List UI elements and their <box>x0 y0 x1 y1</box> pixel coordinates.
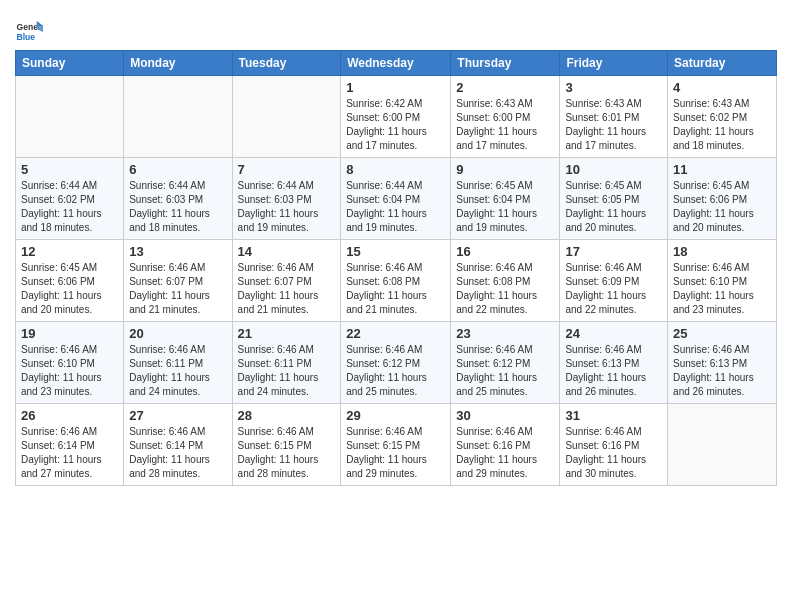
day-info: Sunrise: 6:43 AMSunset: 6:01 PMDaylight:… <box>565 97 662 153</box>
day-number: 10 <box>565 162 662 177</box>
calendar-week-row: 26Sunrise: 6:46 AMSunset: 6:14 PMDayligh… <box>16 404 777 486</box>
col-header-wednesday: Wednesday <box>341 51 451 76</box>
day-info: Sunrise: 6:45 AMSunset: 6:06 PMDaylight:… <box>21 261 118 317</box>
day-info: Sunrise: 6:46 AMSunset: 6:07 PMDaylight:… <box>129 261 226 317</box>
day-info: Sunrise: 6:43 AMSunset: 6:02 PMDaylight:… <box>673 97 771 153</box>
calendar-week-row: 1Sunrise: 6:42 AMSunset: 6:00 PMDaylight… <box>16 76 777 158</box>
calendar-cell: 4Sunrise: 6:43 AMSunset: 6:02 PMDaylight… <box>668 76 777 158</box>
calendar-cell: 6Sunrise: 6:44 AMSunset: 6:03 PMDaylight… <box>124 158 232 240</box>
day-number: 3 <box>565 80 662 95</box>
day-number: 24 <box>565 326 662 341</box>
calendar-cell: 2Sunrise: 6:43 AMSunset: 6:00 PMDaylight… <box>451 76 560 158</box>
calendar-cell <box>232 76 341 158</box>
calendar-cell: 12Sunrise: 6:45 AMSunset: 6:06 PMDayligh… <box>16 240 124 322</box>
day-info: Sunrise: 6:46 AMSunset: 6:07 PMDaylight:… <box>238 261 336 317</box>
day-info: Sunrise: 6:46 AMSunset: 6:10 PMDaylight:… <box>673 261 771 317</box>
day-info: Sunrise: 6:46 AMSunset: 6:12 PMDaylight:… <box>456 343 554 399</box>
day-info: Sunrise: 6:46 AMSunset: 6:13 PMDaylight:… <box>673 343 771 399</box>
day-number: 23 <box>456 326 554 341</box>
day-info: Sunrise: 6:46 AMSunset: 6:11 PMDaylight:… <box>129 343 226 399</box>
day-number: 14 <box>238 244 336 259</box>
day-number: 1 <box>346 80 445 95</box>
calendar-cell: 26Sunrise: 6:46 AMSunset: 6:14 PMDayligh… <box>16 404 124 486</box>
calendar-week-row: 19Sunrise: 6:46 AMSunset: 6:10 PMDayligh… <box>16 322 777 404</box>
calendar-cell: 22Sunrise: 6:46 AMSunset: 6:12 PMDayligh… <box>341 322 451 404</box>
calendar-cell: 5Sunrise: 6:44 AMSunset: 6:02 PMDaylight… <box>16 158 124 240</box>
col-header-sunday: Sunday <box>16 51 124 76</box>
day-number: 12 <box>21 244 118 259</box>
day-number: 9 <box>456 162 554 177</box>
calendar-cell: 17Sunrise: 6:46 AMSunset: 6:09 PMDayligh… <box>560 240 668 322</box>
day-info: Sunrise: 6:46 AMSunset: 6:08 PMDaylight:… <box>346 261 445 317</box>
day-number: 30 <box>456 408 554 423</box>
calendar-cell <box>668 404 777 486</box>
day-info: Sunrise: 6:44 AMSunset: 6:04 PMDaylight:… <box>346 179 445 235</box>
day-number: 13 <box>129 244 226 259</box>
calendar-cell: 18Sunrise: 6:46 AMSunset: 6:10 PMDayligh… <box>668 240 777 322</box>
day-number: 11 <box>673 162 771 177</box>
col-header-monday: Monday <box>124 51 232 76</box>
day-info: Sunrise: 6:46 AMSunset: 6:14 PMDaylight:… <box>21 425 118 481</box>
day-info: Sunrise: 6:43 AMSunset: 6:00 PMDaylight:… <box>456 97 554 153</box>
day-info: Sunrise: 6:46 AMSunset: 6:15 PMDaylight:… <box>346 425 445 481</box>
day-info: Sunrise: 6:46 AMSunset: 6:16 PMDaylight:… <box>565 425 662 481</box>
day-number: 28 <box>238 408 336 423</box>
calendar-cell: 1Sunrise: 6:42 AMSunset: 6:00 PMDaylight… <box>341 76 451 158</box>
day-info: Sunrise: 6:46 AMSunset: 6:10 PMDaylight:… <box>21 343 118 399</box>
day-number: 4 <box>673 80 771 95</box>
calendar-cell <box>124 76 232 158</box>
day-info: Sunrise: 6:45 AMSunset: 6:05 PMDaylight:… <box>565 179 662 235</box>
day-info: Sunrise: 6:42 AMSunset: 6:00 PMDaylight:… <box>346 97 445 153</box>
col-header-saturday: Saturday <box>668 51 777 76</box>
calendar-cell: 31Sunrise: 6:46 AMSunset: 6:16 PMDayligh… <box>560 404 668 486</box>
day-info: Sunrise: 6:44 AMSunset: 6:03 PMDaylight:… <box>238 179 336 235</box>
calendar-cell: 11Sunrise: 6:45 AMSunset: 6:06 PMDayligh… <box>668 158 777 240</box>
calendar-header-row: SundayMondayTuesdayWednesdayThursdayFrid… <box>16 51 777 76</box>
calendar-cell: 15Sunrise: 6:46 AMSunset: 6:08 PMDayligh… <box>341 240 451 322</box>
day-number: 21 <box>238 326 336 341</box>
day-number: 7 <box>238 162 336 177</box>
logo: General Blue <box>15 18 43 46</box>
day-number: 29 <box>346 408 445 423</box>
day-info: Sunrise: 6:46 AMSunset: 6:15 PMDaylight:… <box>238 425 336 481</box>
day-info: Sunrise: 6:46 AMSunset: 6:12 PMDaylight:… <box>346 343 445 399</box>
day-number: 16 <box>456 244 554 259</box>
day-number: 20 <box>129 326 226 341</box>
col-header-friday: Friday <box>560 51 668 76</box>
calendar-cell: 14Sunrise: 6:46 AMSunset: 6:07 PMDayligh… <box>232 240 341 322</box>
calendar-cell: 7Sunrise: 6:44 AMSunset: 6:03 PMDaylight… <box>232 158 341 240</box>
day-info: Sunrise: 6:44 AMSunset: 6:02 PMDaylight:… <box>21 179 118 235</box>
calendar-cell: 23Sunrise: 6:46 AMSunset: 6:12 PMDayligh… <box>451 322 560 404</box>
calendar-week-row: 5Sunrise: 6:44 AMSunset: 6:02 PMDaylight… <box>16 158 777 240</box>
day-number: 18 <box>673 244 771 259</box>
day-info: Sunrise: 6:46 AMSunset: 6:08 PMDaylight:… <box>456 261 554 317</box>
calendar-cell: 29Sunrise: 6:46 AMSunset: 6:15 PMDayligh… <box>341 404 451 486</box>
svg-text:Blue: Blue <box>17 32 36 42</box>
calendar-cell: 10Sunrise: 6:45 AMSunset: 6:05 PMDayligh… <box>560 158 668 240</box>
calendar-cell: 19Sunrise: 6:46 AMSunset: 6:10 PMDayligh… <box>16 322 124 404</box>
day-info: Sunrise: 6:46 AMSunset: 6:16 PMDaylight:… <box>456 425 554 481</box>
day-info: Sunrise: 6:44 AMSunset: 6:03 PMDaylight:… <box>129 179 226 235</box>
day-number: 8 <box>346 162 445 177</box>
calendar-cell: 21Sunrise: 6:46 AMSunset: 6:11 PMDayligh… <box>232 322 341 404</box>
calendar-cell: 27Sunrise: 6:46 AMSunset: 6:14 PMDayligh… <box>124 404 232 486</box>
calendar-cell: 3Sunrise: 6:43 AMSunset: 6:01 PMDaylight… <box>560 76 668 158</box>
day-info: Sunrise: 6:46 AMSunset: 6:13 PMDaylight:… <box>565 343 662 399</box>
day-info: Sunrise: 6:45 AMSunset: 6:04 PMDaylight:… <box>456 179 554 235</box>
day-number: 19 <box>21 326 118 341</box>
day-number: 15 <box>346 244 445 259</box>
col-header-tuesday: Tuesday <box>232 51 341 76</box>
calendar-table: SundayMondayTuesdayWednesdayThursdayFrid… <box>15 50 777 486</box>
calendar-cell <box>16 76 124 158</box>
day-number: 17 <box>565 244 662 259</box>
calendar-cell: 30Sunrise: 6:46 AMSunset: 6:16 PMDayligh… <box>451 404 560 486</box>
day-number: 25 <box>673 326 771 341</box>
day-number: 27 <box>129 408 226 423</box>
day-number: 5 <box>21 162 118 177</box>
calendar-cell: 8Sunrise: 6:44 AMSunset: 6:04 PMDaylight… <box>341 158 451 240</box>
day-number: 2 <box>456 80 554 95</box>
calendar-cell: 25Sunrise: 6:46 AMSunset: 6:13 PMDayligh… <box>668 322 777 404</box>
calendar-cell: 9Sunrise: 6:45 AMSunset: 6:04 PMDaylight… <box>451 158 560 240</box>
day-info: Sunrise: 6:46 AMSunset: 6:11 PMDaylight:… <box>238 343 336 399</box>
calendar-cell: 13Sunrise: 6:46 AMSunset: 6:07 PMDayligh… <box>124 240 232 322</box>
